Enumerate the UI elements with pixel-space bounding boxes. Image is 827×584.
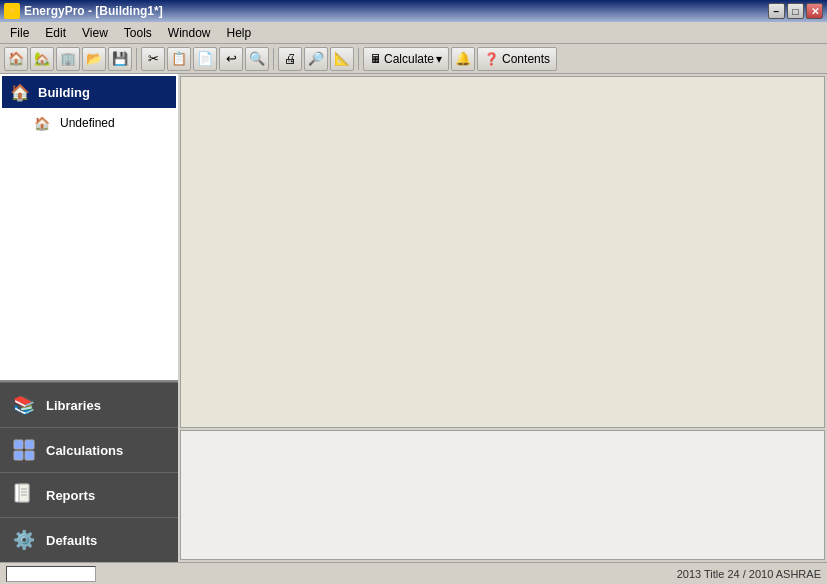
toolbar-home[interactable]: 🏡 — [30, 47, 54, 71]
content-bottom — [180, 430, 825, 560]
svg-rect-1 — [25, 440, 34, 449]
toolbar-extra[interactable]: 🔔 — [451, 47, 475, 71]
title-bar-left: ⚡ EnergyPro - [Building1*] — [4, 3, 163, 19]
nav-libraries-label: Libraries — [46, 398, 101, 413]
undefined-tree-icon: 🏠 — [30, 111, 54, 135]
nav-libraries[interactable]: 📚 Libraries — [0, 382, 178, 427]
nav-buttons: 📚 Libraries Calculations — [0, 382, 178, 562]
tree-area: 🏠 Building 🏠 Undefined — [0, 74, 178, 382]
nav-calculations[interactable]: Calculations — [0, 427, 178, 472]
toolbar-open[interactable]: 📂 — [82, 47, 106, 71]
toolbar-zoom[interactable]: 🔎 — [304, 47, 328, 71]
toolbar-save[interactable]: 💾 — [108, 47, 132, 71]
separator-2 — [273, 48, 274, 70]
toolbar-new[interactable]: 🏠 — [4, 47, 28, 71]
calculations-icon — [10, 436, 38, 464]
contents-label: Contents — [502, 52, 550, 66]
tree-item-undefined-label: Undefined — [60, 116, 115, 130]
title-bar: ⚡ EnergyPro - [Building1*] − □ ✕ — [0, 0, 827, 22]
nav-reports[interactable]: Reports — [0, 472, 178, 517]
nav-defaults[interactable]: ⚙️ Defaults — [0, 517, 178, 562]
libraries-icon: 📚 — [10, 391, 38, 419]
content-area — [178, 74, 827, 562]
status-bar: 2013 Title 24 / 2010 ASHRAE — [0, 562, 827, 584]
sidebar: 🏠 Building 🏠 Undefined 📚 Libraries — [0, 74, 178, 562]
status-text: 2013 Title 24 / 2010 ASHRAE — [677, 568, 821, 580]
title-bar-buttons: − □ ✕ — [768, 3, 823, 19]
toolbar-print[interactable]: 🖨 — [278, 47, 302, 71]
nav-defaults-label: Defaults — [46, 533, 97, 548]
tree-item-building-label: Building — [38, 85, 90, 100]
menu-bar: File Edit View Tools Window Help — [0, 22, 827, 44]
close-button[interactable]: ✕ — [806, 3, 823, 19]
minimize-button[interactable]: − — [768, 3, 785, 19]
toolbar-misc[interactable]: 📐 — [330, 47, 354, 71]
content-main — [180, 76, 825, 428]
app-icon: ⚡ — [4, 3, 20, 19]
svg-rect-3 — [25, 451, 34, 460]
nav-calculations-label: Calculations — [46, 443, 123, 458]
toolbar-building[interactable]: 🏢 — [56, 47, 80, 71]
main-layout: 🏠 Building 🏠 Undefined 📚 Libraries — [0, 74, 827, 562]
calculate-icon: 🖩 — [370, 52, 382, 66]
menu-edit[interactable]: Edit — [37, 24, 74, 42]
toolbar: 🏠 🏡 🏢 📂 💾 ✂ 📋 📄 ↩ 🔍 🖨 🔎 📐 🖩 Calculate ▾ … — [0, 44, 827, 74]
menu-tools[interactable]: Tools — [116, 24, 160, 42]
reports-icon — [10, 481, 38, 509]
contents-icon: ❓ — [484, 52, 499, 66]
toolbar-copy[interactable]: 📋 — [167, 47, 191, 71]
building-tree-icon: 🏠 — [8, 80, 32, 104]
svg-rect-2 — [14, 451, 23, 460]
separator-3 — [358, 48, 359, 70]
toolbar-paste[interactable]: 📄 — [193, 47, 217, 71]
svg-rect-5 — [19, 484, 29, 502]
svg-rect-0 — [14, 440, 23, 449]
tree-item-building[interactable]: 🏠 Building — [2, 76, 176, 108]
window-title: EnergyPro - [Building1*] — [24, 4, 163, 18]
nav-reports-label: Reports — [46, 488, 95, 503]
toolbar-cut[interactable]: ✂ — [141, 47, 165, 71]
contents-button[interactable]: ❓ Contents — [477, 47, 557, 71]
menu-file[interactable]: File — [2, 24, 37, 42]
calculate-dropdown-icon: ▾ — [436, 52, 442, 66]
menu-window[interactable]: Window — [160, 24, 219, 42]
separator-1 — [136, 48, 137, 70]
toolbar-undo[interactable]: ↩ — [219, 47, 243, 71]
menu-help[interactable]: Help — [219, 24, 260, 42]
defaults-icon: ⚙️ — [10, 526, 38, 554]
status-input — [6, 566, 96, 582]
toolbar-find[interactable]: 🔍 — [245, 47, 269, 71]
maximize-button[interactable]: □ — [787, 3, 804, 19]
menu-view[interactable]: View — [74, 24, 116, 42]
tree-item-undefined[interactable]: 🏠 Undefined — [2, 108, 176, 138]
calculate-label: Calculate — [384, 52, 434, 66]
calculate-button[interactable]: 🖩 Calculate ▾ — [363, 47, 449, 71]
